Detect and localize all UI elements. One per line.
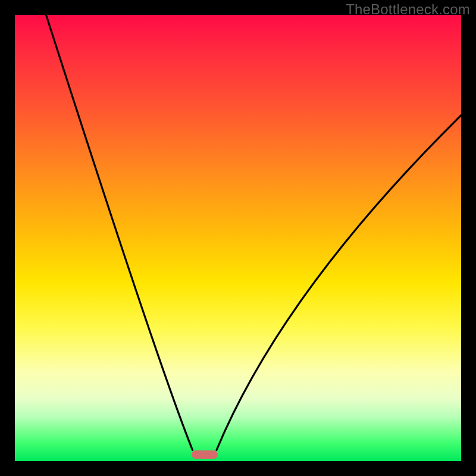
optimal-point-marker xyxy=(192,450,218,459)
chart-plot-area xyxy=(15,15,461,461)
curve-left xyxy=(46,15,193,450)
curve-right xyxy=(217,115,461,450)
watermark-text: TheBottleneck.com xyxy=(346,1,470,18)
bottleneck-curves xyxy=(15,15,461,461)
